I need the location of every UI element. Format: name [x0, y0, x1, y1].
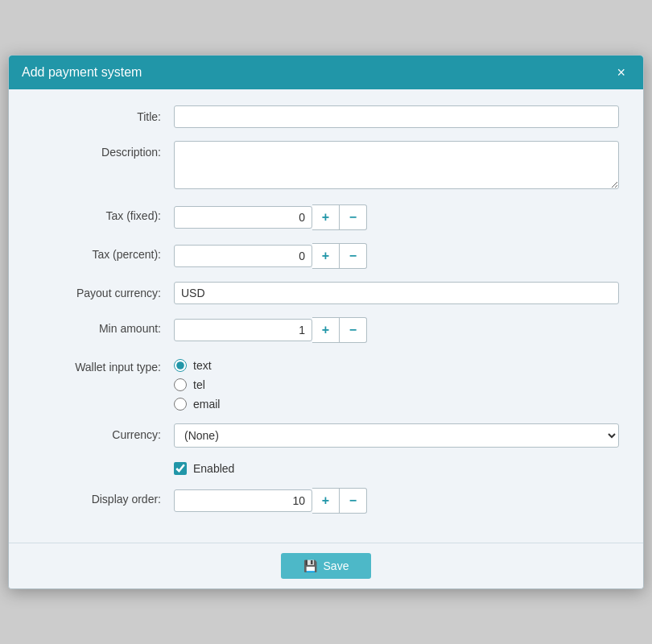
tax-fixed-stepper: + − — [174, 204, 367, 230]
wallet-radio-tel[interactable]: tel — [174, 378, 619, 391]
tax-fixed-plus-button[interactable]: + — [312, 204, 340, 230]
wallet-input-type-label: Wallet input type: — [33, 356, 174, 374]
payout-currency-row: Payout currency: — [33, 282, 619, 304]
display-order-label: Display order: — [33, 488, 174, 506]
dialog-title: Add payment system — [22, 65, 142, 80]
save-icon: 💾 — [303, 559, 317, 572]
min-amount-minus-button[interactable]: − — [340, 317, 367, 343]
payout-currency-label: Payout currency: — [33, 282, 174, 299]
display-order-plus-button[interactable]: + — [312, 488, 340, 514]
enabled-checkbox[interactable] — [174, 462, 187, 475]
enabled-row: Enabled — [33, 460, 619, 475]
currency-row: Currency: (None) — [33, 423, 619, 448]
tax-percent-row: Tax (percent): + − — [33, 243, 619, 269]
close-button[interactable]: × — [612, 64, 630, 81]
display-order-stepper: + − — [174, 488, 367, 514]
display-order-minus-button[interactable]: − — [340, 488, 367, 514]
wallet-radio-email-input[interactable] — [174, 398, 187, 411]
tax-percent-input[interactable] — [174, 245, 312, 267]
save-label: Save — [324, 559, 349, 572]
wallet-radio-text[interactable]: text — [174, 359, 619, 372]
description-input[interactable] — [174, 141, 619, 189]
title-label: Title: — [33, 105, 174, 123]
save-button[interactable]: 💾 Save — [281, 553, 372, 579]
min-amount-input[interactable] — [174, 319, 312, 341]
display-order-stepper-container: + − — [174, 488, 619, 514]
tax-percent-minus-button[interactable]: − — [340, 243, 367, 269]
tax-fixed-row: Tax (fixed): + − — [33, 204, 619, 230]
currency-select-container: (None) — [174, 423, 619, 448]
wallet-input-type-container: text tel email — [174, 356, 619, 411]
tax-fixed-label: Tax (fixed): — [33, 204, 174, 222]
enabled-checkbox-label[interactable]: Enabled — [174, 460, 619, 475]
tax-fixed-stepper-container: + − — [174, 204, 619, 230]
title-row: Title: — [33, 105, 619, 128]
wallet-radio-email[interactable]: email — [174, 398, 619, 411]
min-amount-stepper: + − — [174, 317, 367, 343]
tax-percent-stepper-container: + − — [174, 243, 619, 269]
tax-percent-label: Tax (percent): — [33, 243, 174, 261]
wallet-radio-text-label: text — [193, 359, 212, 372]
title-field-container — [174, 105, 619, 128]
enabled-label: Enabled — [193, 462, 234, 475]
tax-percent-plus-button[interactable]: + — [312, 243, 340, 269]
dialog-footer: 💾 Save — [9, 543, 643, 588]
payout-currency-field-container — [174, 282, 619, 304]
tax-fixed-minus-button[interactable]: − — [340, 204, 367, 230]
min-amount-row: Min amount: + − — [33, 317, 619, 343]
display-order-input[interactable] — [174, 489, 312, 512]
tax-fixed-input[interactable] — [174, 206, 312, 229]
enabled-container: Enabled — [174, 460, 619, 475]
wallet-radio-group: text tel email — [174, 356, 619, 411]
description-label: Description: — [33, 141, 174, 159]
min-amount-label: Min amount: — [33, 317, 174, 335]
wallet-radio-tel-input[interactable] — [174, 378, 187, 391]
description-field-container — [174, 141, 619, 192]
dialog-header: Add payment system × — [9, 56, 643, 89]
title-input[interactable] — [174, 105, 619, 128]
currency-label: Currency: — [33, 423, 174, 441]
description-row: Description: — [33, 141, 619, 192]
display-order-row: Display order: + − — [33, 488, 619, 514]
min-amount-stepper-container: + − — [174, 317, 619, 343]
payout-currency-input[interactable] — [174, 282, 619, 304]
wallet-radio-tel-label: tel — [193, 378, 205, 391]
dialog-body: Title: Description: Tax (fixed): + − — [9, 89, 643, 543]
wallet-input-type-row: Wallet input type: text tel email — [33, 356, 619, 411]
min-amount-plus-button[interactable]: + — [312, 317, 340, 343]
add-payment-system-dialog: Add payment system × Title: Description:… — [8, 55, 644, 589]
tax-percent-stepper: + − — [174, 243, 367, 269]
wallet-radio-text-input[interactable] — [174, 359, 187, 372]
enabled-spacer — [33, 460, 174, 465]
currency-select[interactable]: (None) — [174, 423, 619, 448]
wallet-radio-email-label: email — [193, 398, 220, 411]
